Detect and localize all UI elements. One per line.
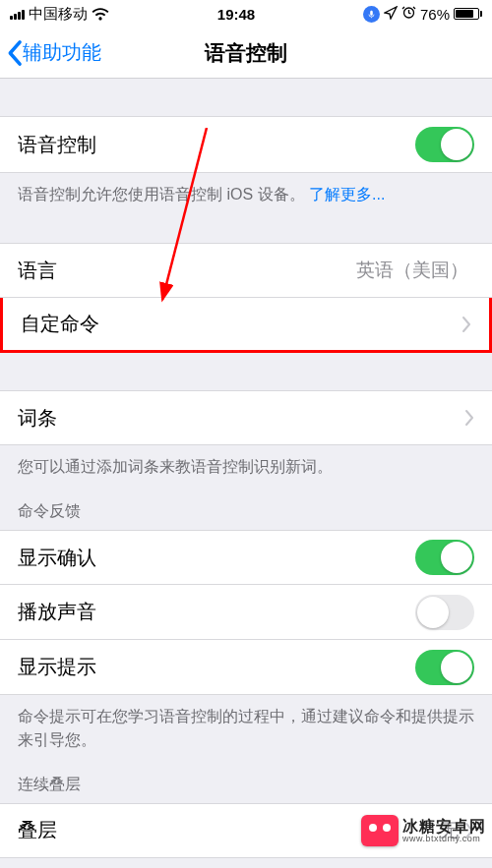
feedback-header: 命令反馈 — [0, 478, 492, 530]
back-label: 辅助功能 — [23, 39, 101, 66]
nav-bar: 辅助功能 语音控制 — [0, 28, 492, 79]
play-sound-label: 播放声音 — [18, 599, 96, 625]
wifi-icon — [92, 8, 109, 21]
watermark: 冰糖安卓网 www.btxtdmy.com — [361, 815, 486, 846]
show-confirmation-toggle[interactable] — [415, 540, 474, 575]
location-arrow-icon — [384, 6, 398, 23]
play-sound-row[interactable]: 播放声音 — [0, 585, 492, 640]
overlay-label: 叠层 — [18, 817, 57, 843]
vocabulary-row[interactable]: 词条 — [0, 390, 492, 445]
voice-control-row[interactable]: 语音控制 — [0, 116, 492, 173]
show-confirmation-row[interactable]: 显示确认 — [0, 530, 492, 585]
feedback-footer: 命令提示可在您学习语音控制的过程中，通过建议命令和提供提示来引导您。 — [0, 695, 492, 750]
learn-more-link[interactable]: 了解更多... — [309, 186, 385, 203]
language-row[interactable]: 语言 英语（美国） — [0, 243, 492, 298]
chevron-right-icon — [464, 409, 474, 427]
back-button[interactable]: 辅助功能 — [6, 39, 101, 67]
status-left: 中国移动 — [10, 5, 109, 24]
voice-control-status-icon — [363, 6, 380, 23]
chevron-right-icon — [461, 316, 471, 333]
vocabulary-label: 词条 — [18, 405, 57, 432]
status-bar: 中国移动 19:48 76% — [0, 0, 492, 28]
status-right: 76% — [363, 5, 482, 23]
signal-icon — [10, 8, 25, 20]
custom-commands-row[interactable]: 自定命令 — [0, 298, 492, 353]
show-hints-toggle[interactable] — [415, 650, 474, 685]
vocabulary-footer: 您可以通过添加词条来教语音控制识别新词。 — [0, 445, 492, 478]
watermark-en: www.btxtdmy.com — [402, 835, 486, 843]
play-sound-toggle[interactable] — [415, 595, 474, 630]
show-confirmation-label: 显示确认 — [18, 545, 96, 571]
battery-icon — [454, 8, 482, 20]
voice-control-footer: 语音控制允许您使用语音控制 iOS 设备。 了解更多... — [0, 173, 492, 205]
voice-control-toggle[interactable] — [415, 127, 474, 162]
status-time: 19:48 — [109, 6, 363, 23]
voice-control-label: 语音控制 — [18, 132, 96, 158]
show-hints-row[interactable]: 显示提示 — [0, 640, 492, 695]
custom-commands-label: 自定命令 — [21, 311, 99, 337]
language-value: 英语（美国） — [356, 258, 468, 283]
overlay-header: 连续叠层 — [0, 751, 492, 803]
battery-pct: 76% — [420, 6, 450, 23]
language-label: 语言 — [18, 258, 57, 284]
watermark-logo-icon — [361, 815, 399, 846]
watermark-cn: 冰糖安卓网 — [402, 819, 486, 835]
alarm-icon — [401, 5, 416, 23]
carrier-label: 中国移动 — [29, 5, 88, 24]
show-hints-label: 显示提示 — [18, 654, 96, 680]
overlay-footer: 叠层会在屏幕内容上显示编号或名称，以方便快 — [0, 858, 492, 868]
